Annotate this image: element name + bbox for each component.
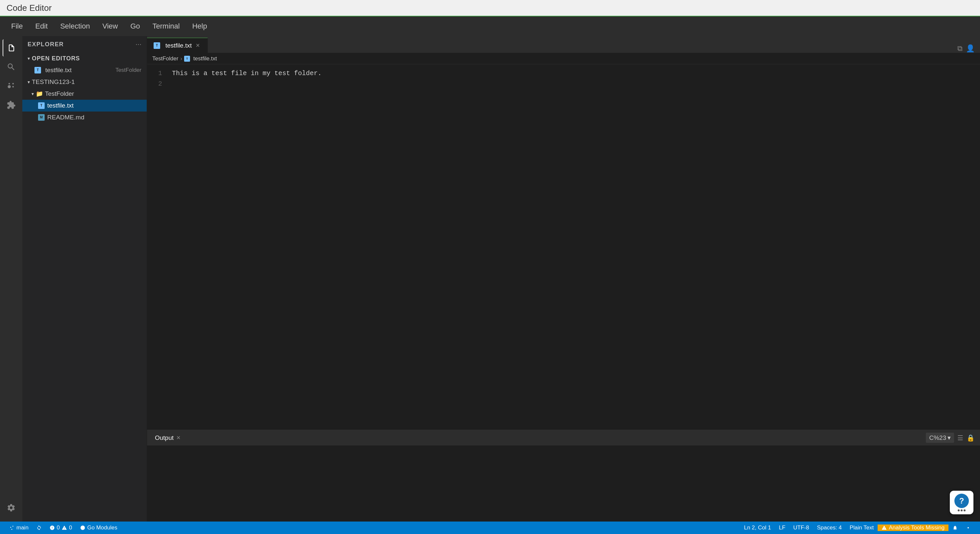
readme-tree-item[interactable]: M README.md [22, 111, 147, 123]
indent-size: Spaces: 4 [817, 524, 842, 531]
go-icon [80, 525, 85, 531]
extensions-activity-icon[interactable] [3, 97, 20, 113]
search-activity-icon[interactable] [3, 59, 20, 75]
svg-point-0 [80, 526, 85, 530]
testfile-label: testfile.txt [47, 102, 73, 109]
workspace-root[interactable]: ▾ TESTING123-1 [22, 76, 147, 88]
output-content [147, 446, 980, 521]
help-button[interactable]: ? [950, 491, 974, 514]
output-header: Output ✕ C%23 ▾ ☰ 🔒 [147, 430, 980, 446]
language-label: Plain Text [850, 524, 873, 531]
help-button-icon: ? [955, 494, 969, 508]
output-close-button[interactable]: ✕ [176, 435, 180, 441]
breadcrumb-sep: › [180, 56, 182, 62]
output-lock-icon[interactable]: 🔒 [967, 434, 975, 442]
source-control-activity-icon[interactable] [3, 78, 20, 94]
tab-file-icon: T [154, 42, 160, 49]
broadcast-icon-status[interactable] [962, 525, 975, 531]
output-channel-value: C%23 [929, 434, 946, 442]
open-editors-label: OPEN EDITORS [32, 55, 80, 62]
testfile-icon: T [38, 102, 45, 109]
analysis-tools-label: Analysis Tools Missing [889, 524, 945, 531]
account-icon[interactable]: 👤 [966, 44, 975, 53]
errors-status[interactable]: 0 0 [46, 521, 76, 534]
testfolder-item[interactable]: ▾ 📁 TestFolder [22, 88, 147, 100]
error-icon [49, 525, 55, 531]
settings-activity-icon[interactable] [3, 499, 20, 516]
code-line-1: This is a test file in my test folder. [172, 68, 980, 79]
breadcrumb-file-icon: T [184, 56, 190, 62]
sidebar: EXPLORER ··· ▾ OPEN EDITORS T testfile.t… [22, 36, 147, 521]
branch-status[interactable]: main [5, 521, 32, 534]
cursor-position-status[interactable]: Ln 2, Col 1 [740, 524, 775, 531]
breadcrumb-folder[interactable]: TestFolder [152, 56, 178, 62]
output-list-icon[interactable]: ☰ [957, 434, 963, 442]
menu-go[interactable]: Go [126, 20, 145, 32]
menu-view[interactable]: View [98, 20, 123, 32]
readme-icon: M [38, 114, 45, 121]
editor-content[interactable]: 1 2 This is a test file in my test folde… [147, 64, 980, 430]
dot-2 [961, 509, 963, 511]
menu-selection[interactable]: Selection [56, 20, 94, 32]
open-editor-testfile[interactable]: T testfile.txt TestFolder [22, 64, 147, 76]
folder-icon: 📁 [36, 90, 43, 97]
output-channel-dropdown[interactable]: C%23 ▾ [926, 433, 954, 443]
breadcrumb-file[interactable]: testfile.txt [193, 56, 217, 62]
status-right: Ln 2, Col 1 LF UTF-8 Spaces: 4 Plain Tex… [740, 524, 975, 531]
analysis-tools-status[interactable]: Analysis Tools Missing [878, 524, 948, 531]
warning-icon [62, 525, 67, 531]
cursor-position: Ln 2, Col 1 [744, 524, 771, 531]
tab-close-button[interactable]: ✕ [194, 42, 201, 49]
editor-area: T testfile.txt ✕ ⧉ 👤 TestFolder › T test… [147, 36, 980, 521]
encoding-status[interactable]: UTF-8 [789, 524, 813, 531]
menu-help[interactable]: Help [188, 20, 212, 32]
language-status[interactable]: Plain Text [846, 524, 878, 531]
line-num-2: 2 [147, 79, 162, 89]
warning-count: 0 [69, 524, 72, 531]
open-editors-chevron: ▾ [27, 56, 30, 61]
title-bar: Code Editor [0, 0, 980, 16]
menu-file[interactable]: File [6, 20, 27, 32]
open-editors-section[interactable]: ▾ OPEN EDITORS [22, 52, 147, 64]
open-editor-filename: testfile.txt [45, 67, 113, 74]
dot-1 [958, 509, 960, 511]
sync-icon [37, 525, 42, 531]
testfile-tree-item[interactable]: T testfile.txt [22, 100, 147, 111]
output-panel: Output ✕ C%23 ▾ ☰ 🔒 [147, 430, 980, 521]
help-button-dots [958, 509, 966, 511]
sync-status[interactable] [32, 521, 46, 534]
explorer-activity-icon[interactable] [3, 39, 20, 56]
sidebar-title: EXPLORER [27, 41, 64, 48]
output-channel-chevron: ▾ [948, 434, 951, 442]
notification-bell[interactable] [948, 525, 962, 531]
menu-bar: File Edit Selection View Go Terminal Hel… [0, 16, 980, 36]
analysis-warning-icon [881, 525, 887, 531]
split-editor-icon[interactable]: ⧉ [957, 44, 963, 53]
txt-file-icon: T [35, 67, 43, 74]
menu-edit[interactable]: Edit [30, 20, 52, 32]
main-layout: EXPLORER ··· ▾ OPEN EDITORS T testfile.t… [0, 36, 980, 521]
open-editor-folder: TestFolder [116, 67, 142, 73]
output-tab-label: Output [155, 434, 173, 442]
workspace-name: TESTING123-1 [32, 78, 75, 86]
indent-status[interactable]: Spaces: 4 [813, 524, 846, 531]
tab-bar: T testfile.txt ✕ ⧉ 👤 [147, 36, 980, 53]
broadcast-icon [966, 525, 971, 531]
output-tab[interactable]: Output ✕ [152, 433, 183, 443]
code-area[interactable]: This is a test file in my test folder. [167, 64, 980, 430]
go-modules-label: Go Modules [87, 524, 118, 531]
sidebar-more-button[interactable]: ··· [135, 40, 142, 49]
testfolder-label: TestFolder [45, 90, 74, 97]
line-numbers: 1 2 [147, 64, 167, 430]
app-title: Code Editor [6, 3, 51, 13]
menu-terminal[interactable]: Terminal [148, 20, 185, 32]
line-ending-status[interactable]: LF [775, 524, 789, 531]
go-modules-status[interactable]: Go Modules [76, 521, 121, 534]
tab-label: testfile.txt [165, 42, 192, 49]
line-num-1: 1 [147, 68, 162, 79]
dot-3 [964, 509, 966, 511]
encoding: UTF-8 [793, 524, 809, 531]
error-count: 0 [57, 524, 60, 531]
breadcrumb: TestFolder › T testfile.txt [147, 53, 980, 64]
tab-testfile[interactable]: T testfile.txt ✕ [147, 38, 208, 53]
